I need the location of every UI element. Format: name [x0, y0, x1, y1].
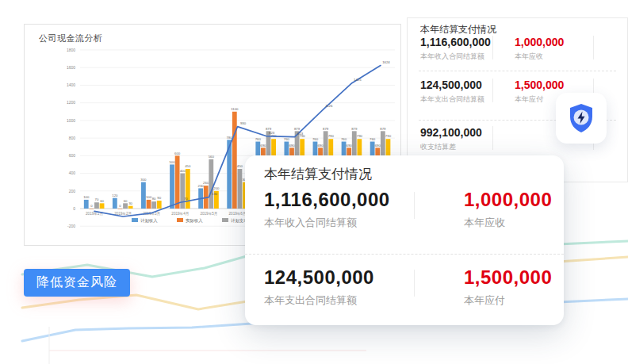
svg-text:1400: 1400: [67, 82, 75, 87]
svg-text:400: 400: [69, 171, 76, 175]
svg-text:450: 450: [185, 164, 191, 168]
svg-text:1425: 1425: [354, 78, 362, 82]
column-divider: [414, 192, 415, 219]
security-shield-card[interactable]: [556, 93, 607, 144]
svg-text:0: 0: [119, 204, 121, 208]
svg-text:1100: 1100: [231, 107, 239, 111]
reduce-risk-badge[interactable]: 降低资金风险: [24, 269, 130, 297]
svg-text:813: 813: [297, 132, 304, 136]
column-divider: [492, 36, 493, 59]
svg-text:800: 800: [69, 136, 76, 140]
svg-text:760: 760: [312, 137, 319, 141]
svg-text:1624: 1624: [382, 60, 390, 64]
svg-text:690: 690: [317, 144, 324, 148]
popup-expense-settlement-label: 本年支出合同结算额: [264, 293, 357, 308]
svg-text:600: 600: [69, 153, 76, 158]
svg-text:200: 200: [213, 186, 220, 190]
shield-icon: [564, 101, 599, 136]
svg-text:1600: 1600: [67, 65, 75, 70]
svg-text:760: 760: [341, 137, 347, 141]
popup-receivable-value: 1,000,000: [464, 189, 552, 211]
settlement-panel-title: 本年结算支付情况: [420, 23, 496, 36]
svg-text:500: 500: [169, 160, 175, 164]
svg-text:823: 823: [269, 131, 275, 135]
payable-value: 1,500,000: [515, 79, 564, 91]
balance-label: 收支结算差: [420, 142, 456, 152]
column-divider: [492, 79, 493, 102]
svg-text:60: 60: [100, 199, 104, 203]
popup-income-settlement-value: 1,116,600,000: [264, 189, 390, 211]
popup-title: 本年结算支付情况: [264, 165, 372, 183]
svg-text:930: 930: [240, 121, 247, 125]
svg-text:400: 400: [180, 169, 186, 173]
svg-text:790: 790: [357, 134, 363, 138]
svg-text:260: 260: [203, 181, 209, 185]
svg-text:计划收入: 计划收入: [140, 218, 158, 223]
svg-text:790: 790: [385, 134, 392, 138]
svg-text:200: 200: [69, 189, 76, 193]
svg-text:2019年6月: 2019年6月: [229, 212, 247, 216]
svg-text:0: 0: [90, 204, 93, 208]
svg-text:760: 760: [255, 137, 262, 141]
svg-text:1126: 1126: [325, 104, 333, 108]
settlement-detail-popup: 本年结算支付情况 1,116,600,000 本年收入合同结算额 1,000,0…: [245, 155, 564, 325]
svg-text:实际收入: 实际收入: [186, 218, 203, 224]
svg-text:690: 690: [289, 144, 295, 148]
svg-text:600: 600: [174, 151, 181, 155]
popup-payable-value: 1,500,000: [464, 266, 552, 289]
dashed-divider: [419, 71, 616, 71]
svg-text:80: 80: [152, 197, 156, 201]
svg-text:790: 790: [328, 134, 335, 138]
svg-text:560: 560: [209, 155, 215, 159]
svg-text:90: 90: [157, 196, 161, 200]
receivable-value: 1,000,000: [515, 36, 564, 48]
svg-text:879: 879: [380, 127, 386, 131]
payable-label: 本年应付: [515, 94, 543, 105]
svg-text:60: 60: [124, 199, 128, 203]
svg-text:100: 100: [83, 195, 90, 199]
svg-text:300: 300: [140, 178, 147, 182]
expense-settlement-label: 本年支出合同结算额: [420, 94, 484, 105]
svg-text:879: 879: [351, 127, 358, 131]
svg-text:1800: 1800: [67, 48, 75, 52]
income-settlement-label: 本年收入合同结算额: [420, 52, 484, 62]
svg-text:100: 100: [146, 195, 152, 199]
svg-text:2019年5月: 2019年5月: [200, 212, 217, 216]
svg-text:120: 120: [112, 193, 118, 197]
income-settlement-value: 1,116,600,000: [420, 36, 491, 48]
receivable-label: 本年应收: [515, 52, 543, 62]
svg-text:70: 70: [184, 197, 188, 201]
balance-value: 992,100,000: [420, 126, 482, 139]
svg-text:1000: 1000: [67, 118, 75, 123]
svg-text:0: 0: [73, 206, 75, 211]
dashed-divider: [245, 254, 564, 255]
svg-text:30: 30: [128, 201, 132, 205]
svg-text:2019年4月: 2019年4月: [171, 212, 189, 216]
svg-text:690: 690: [260, 144, 266, 148]
svg-text:690: 690: [347, 144, 353, 148]
svg-text:70: 70: [95, 197, 99, 201]
popup-expense-settlement-value: 124,500,000: [264, 266, 374, 289]
svg-text:-200: -200: [67, 224, 75, 228]
svg-text:879: 879: [323, 127, 329, 131]
column-divider: [414, 270, 415, 297]
svg-text:760: 760: [284, 137, 290, 141]
svg-text:130: 130: [212, 192, 218, 196]
popup-receivable-label: 本年应收: [464, 216, 505, 230]
column-divider: [492, 126, 493, 150]
svg-text:690: 690: [375, 144, 381, 148]
svg-text:760: 760: [370, 137, 376, 141]
svg-text:1200: 1200: [67, 100, 75, 105]
popup-income-settlement-label: 本年收入合同结算额: [264, 216, 357, 230]
expense-settlement-value: 124,500,000: [420, 79, 482, 91]
svg-text:879: 879: [294, 127, 301, 131]
dashboard-stage: 公司现金流分析 -2000200400600800100012001400160…: [0, 0, 628, 364]
svg-text:780: 780: [227, 136, 233, 140]
column-divider: [593, 36, 594, 59]
popup-payable-label: 本年应付: [464, 293, 505, 308]
svg-text:450: 450: [237, 164, 243, 168]
